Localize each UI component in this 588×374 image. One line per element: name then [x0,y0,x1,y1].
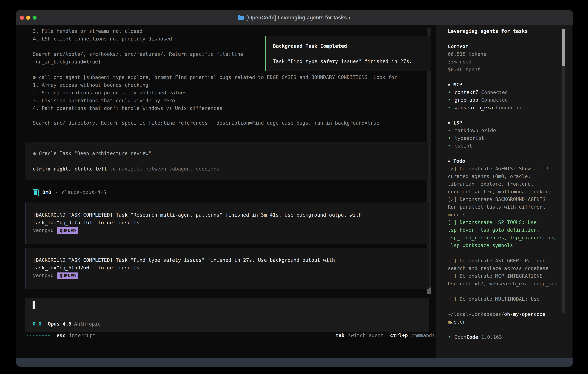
bullet-dot-icon: • [448,135,451,141]
workspace-path: ~/local-workspaces/oh-my-opencode: [448,310,548,318]
esc-key-hint[interactable]: esc [57,332,65,338]
toast-body: Task "Find type safety issues" finished … [273,58,412,65]
lsp-item: •eslint [448,142,472,150]
status-left: esc interrupt [27,332,96,338]
input-agent-label[interactable]: OmO [32,321,41,327]
chevron-down-icon: ▼ [448,159,450,164]
input-model-label[interactable]: Opus 4.5 [48,321,72,327]
agent-header: OmO·claude-opus-4-5 [33,189,106,196]
terminal-window: [OpenCode] Leveraging agents for tasks ◐… [16,10,573,366]
bullet-dot-icon: • [448,105,451,111]
version-line: •OpenCode 1.0.163 [448,333,502,341]
title-bar: [OpenCode] Leveraging agents for tasks ◐ [16,10,573,25]
separator-dot: · [55,189,58,195]
spinner-dots-icon [27,335,50,336]
workspace-branch: master [448,318,466,326]
tool-call-item: 4. Path operations that don't handle Win… [33,104,222,112]
sidebar-scrollbar-track[interactable] [562,29,566,313]
bullet-dot-icon: • [448,97,451,103]
ctrl-p-key-label: commands [411,332,435,338]
zoom-traffic-light-button[interactable] [32,16,37,20]
oracle-task-title: ◉ Oracle Task "Deep architecture review" [33,150,151,157]
close-traffic-light-button[interactable] [20,16,24,20]
record-circle-icon: ◉ [33,150,36,156]
todo-line-done: librarian, explore, frontend, [448,180,534,188]
oracle-task-hint: ctrl+x right, ctrl+x left to navigate be… [33,165,220,173]
todo-section-header[interactable]: ▼Todo [448,157,465,165]
mcp-item: •context7 Connected [448,89,508,96]
todo-line-pending: [ ] Demonstrate MULTIMODAL: Use [448,295,540,303]
queued-status-badge: QUEUED [57,272,78,279]
todo-line-pending: search and replace across codebase [448,265,548,272]
prompt-input[interactable]: OmOOpus 4.5Anthropic [25,298,429,332]
todo-line-done: curated agents (OmO, oracle, [448,173,531,180]
todo-line-done: [✓] Demonstrate AGENTS: Show all 7 [448,165,548,173]
context-heading: Context [448,43,469,50]
bullet-dot-icon: • [448,334,451,340]
status-right: tab switch agent ctrl+p commands [336,332,435,338]
scrollback-line: run_in_background=true] [33,58,101,66]
folder-icon [238,16,244,20]
message-line: [BACKGROUND TASK COMPLETED] Task "Find t… [33,256,335,264]
agent-name: OmO [42,189,51,195]
status-bar: esc interrupt tab switch agent ctrl+p co… [27,332,435,339]
input-footer: OmOOpus 4.5Anthropic [32,320,101,328]
message-line: [BACKGROUND TASK COMPLETED] Task "Resear… [33,211,362,219]
todo-line-active: lsp_workspace_symbols [448,241,513,249]
bullet-dot-icon: • [448,143,451,149]
minimize-traffic-light-button[interactable] [26,16,30,20]
tool-call-line: ⚙ call_omo_agent [subagent_type=explore,… [33,73,397,81]
scrollback-line: 3. File handles or streams not closed [33,27,142,35]
message-author: yeongyu [33,227,53,233]
lsp-item: •typescript [448,134,484,142]
message-meta: yeongyuQUEUED [33,227,78,234]
scrollback-line: 4. LSP client connections not properly d… [33,35,172,43]
toast-title: Background Task Completed [273,42,347,50]
lsp-section-header[interactable]: ▼LSP [448,119,462,127]
bullet-dot-icon: • [448,128,451,133]
mcp-item: •grep_app Connected [448,96,508,104]
todo-line-done: Run parallel tasks with different [448,203,546,211]
message-line: task_id="bg_dcfac161" to get results. [33,219,142,227]
todo-line-pending: Use context7, websearch_exa, grep_app [448,280,557,288]
esc-key-label: interrupt [69,332,95,338]
session-sidebar: Leveraging agents for tasks Context 66,5… [436,25,572,358]
input-provider-label: Anthropic [74,321,101,327]
chevron-down-icon: ▼ [448,121,450,125]
context-spent: $0.46 spent [448,66,480,73]
context-tokens: 66,518 tokens [448,50,486,58]
queued-status-badge: QUEUED [57,227,78,234]
window-title: [OpenCode] Leveraging agents for tasks ◐ [246,15,351,21]
bullet-dot-icon: • [448,89,451,95]
mcp-section-header[interactable]: ▼MCP [448,81,462,89]
tool-call-item: 2. String operations on potentially unde… [33,89,187,97]
gear-icon: ⚙ [33,74,36,80]
scrollback-line: Search src/tools/, src/hooks/, src/featu… [33,50,243,58]
message-block: [BACKGROUND TASK COMPLETED] Task "Resear… [25,202,429,244]
tab-key-hint[interactable]: tab [336,332,344,338]
omo-agent-icon [33,189,39,197]
todo-line-done: [✓] Demonstrate BACKGROUND AGENTS: [448,196,548,203]
tool-call-item: 1. Array access without bounds checking [33,81,148,89]
window-bottom-bar [16,358,573,366]
todo-line-active: [ ] Demonstrate LSP TOOLS: Use [448,218,537,226]
agent-model: claude-opus-4-5 [62,189,106,195]
todo-line-done: document-writer, multimodal-looker) [448,188,551,196]
todo-line-pending: [ ] Demonstrate AST-GREP: Pattern [448,257,546,265]
oracle-task-panel: ◉ Oracle Task "Deep architecture review"… [25,142,428,180]
todo-line-active: lsp_find_references, lsp_diagnostics, [448,234,557,241]
tab-key-label: switch agent [348,332,384,338]
mcp-item: •websearch_exa Connected [448,104,523,112]
tool-call-tail: Search src/ directory. Return specific f… [33,119,382,127]
context-used: 33% used [448,58,472,66]
window-title-group: [OpenCode] Leveraging agents for tasks ◐ [238,15,351,21]
todo-line-pending: [ ] Demonstrate MCP INTEGRATIONS: [448,272,546,280]
sidebar-scrollbar-thumb[interactable] [562,29,566,66]
text-cursor [32,301,35,309]
sidebar-title: Leveraging agents for tasks [448,27,528,35]
lsp-item: •markdown-oxide [448,127,496,134]
ctrl-p-key-hint[interactable]: ctrl+p [390,332,408,338]
message-meta: yeongyuQUEUED [33,272,78,279]
background-task-toast: Background Task Completed Task "Find typ… [265,36,431,71]
tool-call-item: 3. Division operations that could divide… [33,97,175,104]
